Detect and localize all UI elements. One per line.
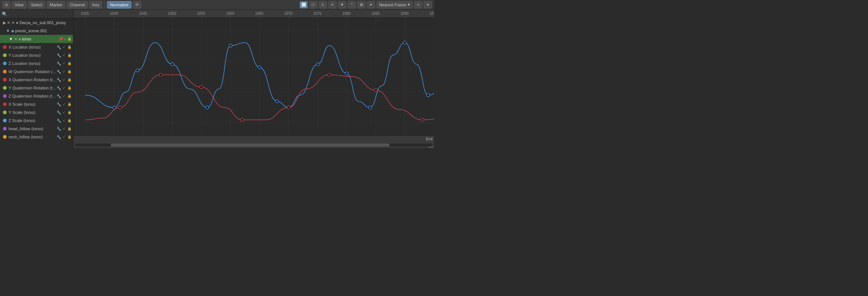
nearest-frame-label: Nearest Frame: [379, 3, 406, 7]
separator-1: [104, 1, 105, 8]
channel-item-neck_follow[interactable]: neck_follow (torso) 🔧 ✓ 🔒: [0, 133, 73, 141]
check-icon: ✓: [62, 110, 66, 115]
interpolation-icon[interactable]: ∿: [414, 1, 422, 9]
scene-icon: ◆: [11, 29, 14, 33]
channel-icons: 🔧 ✓ 🔒: [57, 102, 71, 106]
end-label: End: [426, 137, 433, 141]
check-icon: ✓: [62, 94, 66, 98]
wrench-icon: 🔧: [57, 86, 61, 90]
check-icon: ✓: [62, 102, 66, 106]
channel-item-head_follow[interactable]: head_follow (torso) 🔧 ✓ 🔒: [0, 125, 73, 133]
channel-icons: 🔧 ✓ 🔒: [57, 118, 71, 123]
normalize-button[interactable]: Normalize: [107, 1, 131, 9]
nearest-frame-select[interactable]: Nearest Frame ▾: [377, 1, 413, 9]
channel-item-x_scale[interactable]: X Scale (torso) 🔧 ✓ 🔒: [0, 100, 73, 108]
wrench-icon: 🔧: [57, 110, 61, 115]
collapse-icon-3: ▼: [9, 37, 13, 41]
channel-color-dot: [3, 70, 7, 73]
channel-item-y_quat[interactable]: Y Quaternion Rotation (torso) 🔧 ✓ 🔒: [0, 84, 73, 92]
snap-icon[interactable]: ⊞: [357, 1, 365, 9]
bone-icon: ✕: [14, 37, 17, 42]
scrollbar-thumb[interactable]: [111, 144, 390, 147]
filter-icon-tree: ✕: [7, 20, 10, 25]
view-menu[interactable]: View: [12, 1, 27, 9]
channel-icons: 🔧 ✓ 🔒: [57, 86, 71, 90]
channel-item-y_scale[interactable]: Y Scale (torso) 🔧 ✓ 🔒: [0, 108, 73, 116]
root-label: Darya_no_suit.001_proxy: [20, 20, 66, 25]
channel-color-dot: [3, 102, 7, 106]
bone-label: torso: [22, 37, 59, 41]
graph-editor: ◎ View Select Marker Channel Key Normali…: [0, 0, 434, 148]
channel-menu[interactable]: Channel: [67, 1, 88, 9]
graph-area: 0.00 -0.05 -0.10 -0.15 End: [73, 10, 434, 148]
tree-container[interactable]: ▶ ✕ ✕ ● Darya_no_suit.001_proxy ▼ ◆ prev…: [0, 19, 73, 148]
collapse-icon: ▶: [3, 20, 6, 25]
select-circle-icon[interactable]: ⬡: [309, 1, 317, 9]
wrench-icon: 🔧: [57, 78, 61, 82]
channel-icons: 🔧 ✓ 🔒: [57, 45, 71, 49]
channel-label: W Quaternion Rotation (torso): [9, 69, 57, 74]
wrench-icon: 🔧: [57, 102, 61, 106]
search-bar: 🔍: [0, 10, 73, 19]
check-icon: ✓: [62, 69, 66, 74]
wrench-icon: 🔧: [57, 126, 61, 131]
channel-color-dot: [3, 53, 7, 57]
select-menu[interactable]: Select: [28, 1, 46, 9]
tree-bone-item[interactable]: ▼ ✕ ● torso 📌 ✓ 🔒: [0, 35, 73, 43]
channel-label: Y Location (torso): [9, 53, 57, 57]
refresh-icon[interactable]: ⟳: [133, 1, 141, 9]
lock-icon-bone: 🔒: [67, 37, 71, 41]
pin-icon: 📌: [59, 37, 63, 41]
wrench-icon: 🔧: [57, 45, 61, 49]
lock-icon: 🔒: [67, 110, 71, 115]
check-icon: ✓: [62, 135, 66, 139]
channel-label: X Quaternion Rotation (torso): [9, 78, 57, 82]
lock-icon: 🔒: [67, 102, 71, 106]
scrollbar-track[interactable]: [75, 144, 433, 147]
filter-dropdown[interactable]: ⌃: [348, 1, 356, 9]
lock-icon: 🔒: [67, 86, 71, 90]
channel-item-z_location[interactable]: Z Location (torso) 🔧 ✓ 🔒: [0, 59, 73, 68]
interpolation-dropdown[interactable]: ▾: [424, 1, 432, 9]
nearest-frame-chevron: ▾: [408, 2, 410, 7]
channels-list: X Location (torso) 🔧 ✓ 🔒 Y Location (tor…: [0, 43, 73, 141]
channel-color-dot: [3, 127, 7, 131]
eye-icon-2: ●: [19, 37, 21, 41]
tree-scene-item[interactable]: ▼ ◆ previs_scene.001: [0, 27, 73, 35]
warning-icon[interactable]: ⚠: [319, 1, 327, 9]
scrollbar-area: [73, 142, 434, 148]
channel-label: Y Quaternion Rotation (torso): [9, 86, 57, 90]
channel-item-x_quat[interactable]: X Quaternion Rotation (torso) 🔧 ✓ 🔒: [0, 76, 73, 84]
channel-icons: 🔧 ✓ 🔒: [57, 53, 71, 57]
channel-item-z_quat[interactable]: Z Quaternion Rotation (torso) 🔧 ✓ 🔒: [0, 92, 73, 100]
lock-icon: 🔒: [67, 94, 71, 98]
marker-menu[interactable]: Marker: [47, 1, 65, 9]
check-icon: ✓: [62, 61, 66, 66]
graph-canvas-container[interactable]: 0.00 -0.05 -0.10 -0.15: [73, 18, 434, 135]
channel-icons: 🔧 ✓ 🔒: [57, 78, 71, 82]
editor-type-icon[interactable]: ◎: [2, 1, 10, 9]
channel-color-dot: [3, 94, 7, 98]
channel-label: head_follow (torso): [9, 126, 57, 131]
channel-color-dot: [3, 45, 7, 49]
channel-item-w_quat[interactable]: W Quaternion Rotation (torso) 🔧 ✓ 🔒: [0, 68, 73, 76]
channel-item-z_scale[interactable]: Z Scale (torso) 🔧 ✓ 🔒: [0, 116, 73, 125]
channel-item-x_location[interactable]: X Location (torso) 🔧 ✓ 🔒: [0, 43, 73, 51]
lock-icon: 🔒: [67, 78, 71, 82]
wrench-icon: 🔧: [57, 69, 61, 74]
lock-icon: 🔒: [67, 126, 71, 131]
channel-icons: 🔧 ✓ 🔒: [57, 61, 71, 66]
channel-label: X Location (torso): [9, 45, 57, 49]
channel-item-y_location[interactable]: Y Location (torso) 🔧 ✓ 🔒: [0, 51, 73, 59]
lock-icon: 🔒: [67, 69, 71, 74]
wrench-icon: 🔧: [57, 118, 61, 123]
collapse-icon-2: ▼: [6, 29, 10, 33]
check-icon: ✓: [62, 126, 66, 131]
tree-root-item[interactable]: ▶ ✕ ✕ ● Darya_no_suit.001_proxy: [0, 19, 73, 27]
filter-icon[interactable]: ▼: [338, 1, 346, 9]
select-box-icon[interactable]: ⬜: [300, 1, 308, 9]
key-menu[interactable]: Key: [89, 1, 102, 9]
snap-dropdown[interactable]: ▾: [367, 1, 375, 9]
list-icon[interactable]: ≡: [328, 1, 337, 9]
channel-color-dot: [3, 78, 7, 82]
